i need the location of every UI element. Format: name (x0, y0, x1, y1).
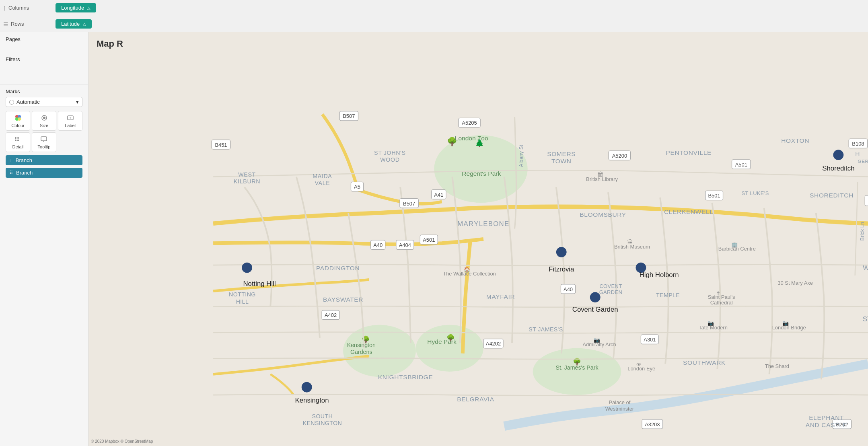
svg-text:PENTONVILLE: PENTONVILLE (666, 149, 712, 156)
svg-text:London Bridge: London Bridge (772, 325, 806, 331)
marks-type-dropdown[interactable]: Automatic ▾ (6, 97, 82, 107)
svg-text:PADDINGTON: PADDINGTON (316, 265, 360, 271)
svg-text:Gardens: Gardens (350, 349, 372, 355)
columns-shelf: ⫿ Columns Longitude △ (0, 0, 868, 16)
top-bar: ⫿ Columns Longitude △ ☰ Rows Latitude △ (0, 0, 868, 32)
tooltip-icon (40, 135, 48, 143)
svg-text:Albany St: Albany St (518, 145, 524, 167)
svg-text:KILBURN: KILBURN (234, 178, 260, 185)
svg-text:Westminster: Westminster (605, 406, 634, 412)
svg-text:ST: ST (863, 315, 868, 323)
svg-text:B501: B501 (708, 193, 720, 199)
sidebar: Pages Filters Marks Automatic ▾ (0, 32, 88, 446)
svg-text:WI: WI (863, 264, 868, 272)
svg-text:A5: A5 (354, 184, 360, 190)
svg-text:SOMERS: SOMERS (547, 150, 576, 157)
svg-text:WOOD: WOOD (380, 156, 399, 163)
svg-text:🏢: 🏢 (731, 242, 738, 248)
svg-text:A40: A40 (564, 286, 573, 292)
svg-text:ST LUKE'S: ST LUKE'S (742, 190, 769, 196)
colour-button[interactable]: Colour (6, 111, 30, 131)
svg-text:SHOREDITCH: SHOREDITCH (810, 192, 854, 199)
svg-text:Notting Hill: Notting Hill (243, 280, 276, 288)
detail-icon (14, 135, 22, 143)
svg-point-3 (18, 117, 21, 121)
svg-text:MAIDA: MAIDA (313, 173, 332, 179)
svg-text:B507: B507 (343, 113, 355, 119)
rows-shelf: ☰ Rows Latitude △ (0, 16, 868, 32)
main-area: Pages Filters Marks Automatic ▾ (0, 32, 868, 446)
svg-text:Saint Paul's: Saint Paul's (708, 294, 735, 300)
filters-title: Filters (6, 56, 82, 62)
svg-text:A3203: A3203 (645, 421, 660, 428)
colour-icon (14, 114, 22, 122)
marks-section: Marks Automatic ▾ Colour (0, 84, 88, 446)
svg-text:A4202: A4202 (486, 341, 501, 347)
svg-text:MAYFAIR: MAYFAIR (486, 293, 515, 300)
svg-text:📷: 📷 (708, 320, 714, 327)
detail-button[interactable]: Detail (6, 132, 30, 152)
svg-text:COVENT: COVENT (599, 283, 622, 289)
map-svg: 🌳 🌲 🌳 🌳 🌳 (88, 32, 868, 446)
svg-text:VALE: VALE (315, 180, 330, 186)
svg-text:ST JAMES'S: ST JAMES'S (529, 326, 563, 333)
text-field-icon: T (10, 158, 12, 163)
detail-field-icon: ⠿ (10, 170, 13, 175)
svg-text:👁: 👁 (636, 362, 642, 368)
svg-text:✝: ✝ (716, 290, 720, 296)
svg-text:AND CASTLE: AND CASTLE (806, 421, 847, 428)
svg-point-10 (15, 137, 16, 139)
copyright-text: © 2020 Mapbox © OpenStreetMap (91, 439, 153, 444)
triangle-icon: △ (83, 22, 86, 26)
svg-text:Kensington: Kensington (347, 342, 376, 348)
svg-text:WEST: WEST (238, 171, 256, 178)
filters-section: Filters (0, 52, 88, 84)
location-dot-covent-garden (590, 292, 601, 302)
svg-text:HOXTON: HOXTON (781, 137, 809, 144)
svg-text:High Holborn: High Holborn (640, 271, 679, 279)
branch-detail-field[interactable]: ⠿ Branch (6, 168, 82, 178)
svg-text:A404: A404 (399, 242, 411, 248)
svg-text:Regent's Park: Regent's Park (462, 170, 501, 177)
rows-label: ☰ Rows (3, 21, 56, 27)
svg-text:SOUTHWARK: SOUTHWARK (683, 359, 726, 366)
svg-text:A501: A501 (735, 162, 747, 168)
svg-text:BAYSWATER: BAYSWATER (323, 296, 363, 303)
svg-text:A40: A40 (373, 242, 383, 248)
tooltip-button[interactable]: Tooltip (32, 132, 56, 152)
location-dot-fitzrovia (556, 247, 567, 257)
svg-text:A5205: A5205 (462, 120, 477, 126)
svg-text:The Shard: The Shard (765, 363, 789, 369)
pages-title: Pages (6, 36, 82, 42)
size-button[interactable]: Size (32, 111, 56, 131)
map-title: Map R (97, 39, 123, 49)
svg-text:Kensington: Kensington (295, 397, 329, 404)
svg-rect-12 (41, 137, 47, 141)
svg-text:SOUTH: SOUTH (312, 413, 333, 419)
svg-text:🏠: 🏠 (464, 267, 471, 273)
latitude-pill[interactable]: Latitude △ (56, 19, 92, 29)
svg-text:A5200: A5200 (612, 153, 627, 159)
svg-text:B451: B451 (215, 142, 227, 148)
svg-text:Hyde Park: Hyde Park (427, 338, 457, 345)
svg-text:MARYLEBONE: MARYLEBONE (457, 220, 509, 228)
branch-text-field[interactable]: T Branch (6, 155, 82, 165)
label-button[interactable]: T Label (58, 111, 82, 131)
svg-text:GERS: GERS (858, 158, 868, 164)
svg-text:T: T (69, 116, 71, 120)
svg-text:📷: 📷 (782, 320, 789, 327)
longitude-pill[interactable]: Longitude △ (56, 3, 96, 12)
map-container[interactable]: Map R 🌳 🌲 🌳 🌳 🌳 (88, 32, 868, 446)
svg-text:A301: A301 (644, 337, 656, 343)
svg-text:🏛: 🏛 (598, 171, 603, 178)
pages-section: Pages (0, 32, 88, 52)
marks-buttons: Colour Size T Label (6, 111, 82, 152)
rows-icon: ☰ (3, 21, 8, 27)
svg-text:ST JOHN'S: ST JOHN'S (374, 150, 406, 156)
svg-rect-134 (865, 195, 868, 206)
svg-text:A402: A402 (325, 312, 337, 318)
location-dot-notting-hill (242, 263, 252, 273)
svg-point-9 (17, 140, 19, 141)
svg-text:TOWN: TOWN (551, 158, 572, 164)
svg-point-11 (15, 140, 16, 141)
